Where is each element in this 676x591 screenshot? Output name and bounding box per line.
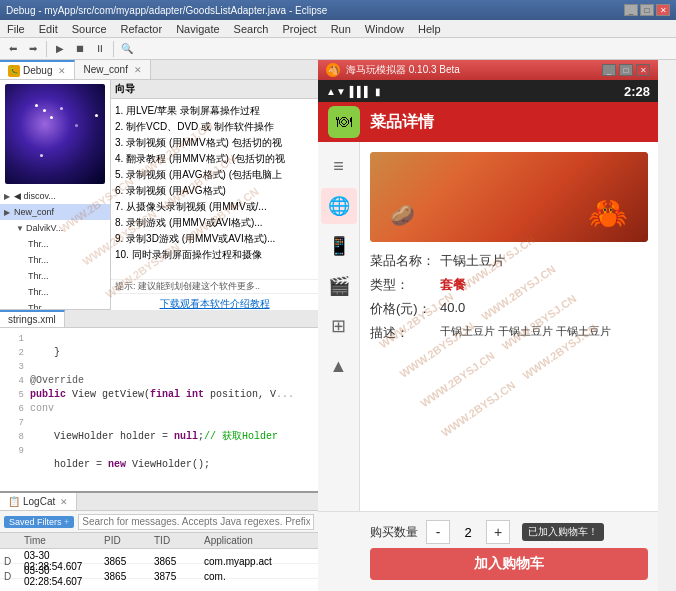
menu-run[interactable]: Run xyxy=(328,23,354,35)
info-row-name: 菜品名称： 干锅土豆片 xyxy=(370,252,648,270)
sidebar-icon-menu[interactable]: ≡ xyxy=(321,148,357,184)
menu-edit[interactable]: Edit xyxy=(36,23,61,35)
tree-item-thr3[interactable]: Thr... xyxy=(0,268,110,284)
menu-refactor[interactable]: Refactor xyxy=(118,23,166,35)
instruction-content: 1. 用LVE/苹果 录制屏幕操作过程 2. 制作VCD、DVD 或 制作软件操… xyxy=(111,99,318,279)
toolbar-btn-1[interactable]: ⬅ xyxy=(4,40,22,58)
menu-help[interactable]: Help xyxy=(415,23,444,35)
info-row-desc: 描述： 干锅土豆片 干锅土豆片 干锅土豆片 xyxy=(370,324,648,342)
toolbar-btn-5[interactable]: ⏸ xyxy=(91,40,109,58)
col-pid: PID xyxy=(104,535,154,546)
log-time-2: 03-30 02:28:54.607 xyxy=(24,565,104,587)
menu-source[interactable]: Source xyxy=(69,23,110,35)
toolbar-separator xyxy=(46,41,47,57)
tree-item-thr5[interactable]: Thr... xyxy=(0,300,110,310)
menu-window[interactable]: Window xyxy=(362,23,407,35)
price-value: 40.0 xyxy=(440,300,465,315)
instr-line-6: 6. 录制视频 (用AVG格式) xyxy=(115,183,314,199)
download-link[interactable]: 下载观看本软件介绍教程 xyxy=(114,297,315,310)
emulator-close-btn[interactable]: ✕ xyxy=(636,64,650,76)
tree-item-thr1[interactable]: Thr... xyxy=(0,236,110,252)
logcat-table: Time PID TID Application D 03-30 02:28:5… xyxy=(0,533,318,591)
name-value: 干锅土豆片 xyxy=(440,252,505,270)
name-label: 菜品名称： xyxy=(370,252,440,270)
toolbar-btn-2[interactable]: ➡ xyxy=(24,40,42,58)
logcat-toolbar: Saved Filters + xyxy=(0,511,318,533)
code-lines: } @Override public View getView(final in… xyxy=(30,332,314,473)
code-editor[interactable]: 1234 56789 } @Override public View getVi… xyxy=(0,328,318,491)
log-app-2: com. xyxy=(204,571,314,582)
col-tid: TID xyxy=(154,535,204,546)
emulator-minimize-btn[interactable]: _ xyxy=(602,64,616,76)
instr-line-9: 9. 录制3D游戏 (用MMV或AVI格式)... xyxy=(115,231,314,247)
instr-line-2: 2. 制作VCD、DVD 或 制作软件操作 xyxy=(115,119,314,135)
instruction-panel: 向导 1. 用LVE/苹果 录制屏幕操作过程 2. 制作VCD、DVD 或 制作… xyxy=(110,80,318,310)
status-left-icons: ▲▼ ▌▌▌ ▮ xyxy=(326,86,381,97)
food-garnish: 🥔 xyxy=(390,203,415,227)
desc-label: 描述： xyxy=(370,324,440,342)
tree-item-thr2[interactable]: Thr... xyxy=(0,252,110,268)
food-image: 🦀 🥔 xyxy=(370,152,648,242)
android-bottom-bar: 购买数量 - 2 + 已加入购物车！ 加入购物车 xyxy=(318,511,658,591)
toolbar-btn-6[interactable]: 🔍 xyxy=(118,40,136,58)
instr-line-10: 10. 同时录制屏面操作过程和摄像 xyxy=(115,247,314,263)
debug-tab-close[interactable]: ✕ xyxy=(58,66,66,76)
tab-package[interactable]: New_conf ✕ xyxy=(75,60,150,79)
instruction-title: 向导 xyxy=(111,80,318,99)
tab-strings-xml[interactable]: strings.xml xyxy=(0,310,65,327)
tree-item-thr4[interactable]: Thr... xyxy=(0,284,110,300)
col-app: Application xyxy=(204,535,314,546)
logcat-tabs: 📋 LogCat ✕ xyxy=(0,493,318,511)
quantity-plus-button[interactable]: + xyxy=(486,520,510,544)
code-content: 1234 56789 } @Override public View getVi… xyxy=(0,328,318,473)
emulator-title-text: 海马玩模拟器 0.10.3 Beta xyxy=(346,63,602,77)
toolbar-btn-4[interactable]: ⏹ xyxy=(71,40,89,58)
saved-filters-label: Saved Filters xyxy=(9,517,62,527)
desc-value: 干锅土豆片 干锅土豆片 干锅土豆片 xyxy=(440,324,611,339)
log-level-2: D xyxy=(4,571,24,582)
logcat-header: Time PID TID Application xyxy=(0,533,318,549)
menu-search[interactable]: Search xyxy=(231,23,272,35)
logcat-search-input[interactable] xyxy=(78,514,314,530)
sidebar-icon-phone[interactable]: 📱 xyxy=(321,228,357,264)
tree-item-newconf[interactable]: ▶ New_conf xyxy=(0,204,110,220)
quantity-minus-button[interactable]: - xyxy=(426,520,450,544)
logcat-icon: 📋 xyxy=(8,496,20,507)
sidebar-icon-web[interactable]: 🌐 xyxy=(321,188,357,224)
top-content: ▶ ◀ discov... ▶ New_conf ▼ DalvikV... xyxy=(0,80,318,310)
tree-item-discover[interactable]: ▶ ◀ discov... xyxy=(0,188,110,204)
add-to-cart-button[interactable]: 加入购物车 xyxy=(370,548,648,580)
menu-project[interactable]: Project xyxy=(279,23,319,35)
log-level-1: D xyxy=(4,556,24,567)
package-tab-close[interactable]: ✕ xyxy=(134,65,142,75)
tab-debug[interactable]: 🐛 Debug ✕ xyxy=(0,60,75,79)
minimize-button[interactable]: _ xyxy=(624,4,638,16)
col-time: Time xyxy=(24,535,104,546)
toolbar-btn-3[interactable]: ▶ xyxy=(51,40,69,58)
saved-filters-button[interactable]: Saved Filters + xyxy=(4,516,74,528)
sidebar-icon-video[interactable]: 🎬 xyxy=(321,268,357,304)
sidebar-icon-grid[interactable]: ⊞ xyxy=(321,308,357,344)
instruction-download-area: 下载观看本软件介绍教程 xyxy=(111,293,318,310)
maximize-button[interactable]: □ xyxy=(640,4,654,16)
signal-icon: ▌▌▌ xyxy=(350,86,371,97)
logcat-tab[interactable]: 📋 LogCat ✕ xyxy=(0,493,77,510)
battery-icon: ▮ xyxy=(375,86,381,97)
menu-navigate[interactable]: Navigate xyxy=(173,23,222,35)
menu-file[interactable]: File xyxy=(4,23,28,35)
instr-line-8: 8. 录制游戏 (用MMV或AVI格式)... xyxy=(115,215,314,231)
sidebar-icon-expand[interactable]: ▲ xyxy=(321,348,357,384)
log-pid-1: 3865 xyxy=(104,556,154,567)
quantity-value: 2 xyxy=(458,525,478,540)
package-tree: ▶ ◀ discov... ▶ New_conf ▼ DalvikV... xyxy=(0,80,110,310)
debug-tab-label: Debug xyxy=(23,65,52,76)
main-area: 🐛 Debug ✕ New_conf ✕ xyxy=(0,60,676,591)
logcat-tab-close[interactable]: ✕ xyxy=(60,497,68,507)
close-button[interactable]: ✕ xyxy=(656,4,670,16)
emulator-maximize-btn[interactable]: □ xyxy=(619,64,633,76)
log-tid-1: 3865 xyxy=(154,556,204,567)
tree-item-dalvik[interactable]: ▼ DalvikV... xyxy=(0,220,110,236)
emulator-panel: 🐴 海马玩模拟器 0.10.3 Beta _ □ ✕ ▲▼ ▌▌▌ ▮ xyxy=(318,60,658,591)
instr-line-1: 1. 用LVE/苹果 录制屏幕操作过程 xyxy=(115,103,314,119)
menu-bar: File Edit Source Refactor Navigate Searc… xyxy=(0,20,676,38)
